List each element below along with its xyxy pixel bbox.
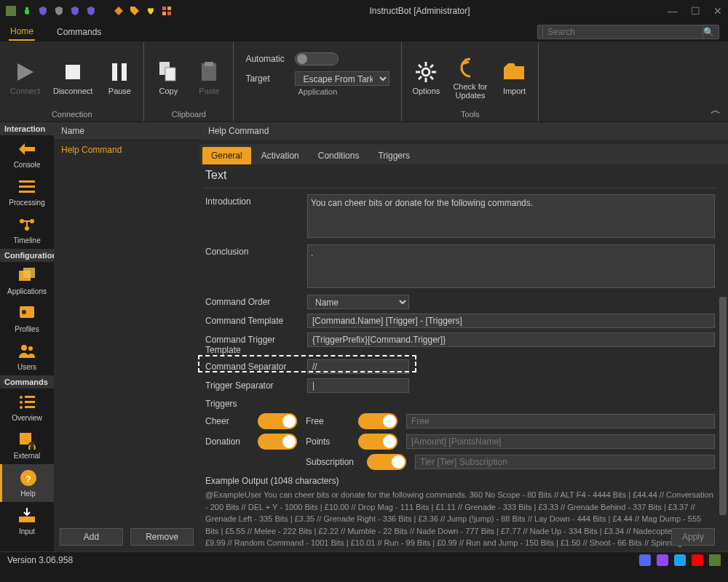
detail-header: Help Command [199, 122, 728, 140]
minimize-button[interactable]: — [668, 5, 678, 17]
subscription-label: Subscription [306, 457, 358, 467]
sidebar-item-input[interactable]: Input [0, 502, 54, 540]
command-separator-input[interactable] [307, 359, 409, 374]
group-tools: Tools [461, 110, 480, 119]
sidebar-item-processing[interactable]: Processing [0, 173, 54, 211]
introduction-label: Introduction [205, 194, 307, 207]
command-order-select[interactable]: Name [307, 295, 409, 309]
pause-button[interactable]: Pause [101, 57, 138, 98]
target-select[interactable]: Escape From Tarkov [295, 71, 389, 86]
tab-activation[interactable]: Activation [253, 147, 308, 164]
free-toggle[interactable] [358, 413, 397, 429]
connect-button[interactable]: Connect [6, 57, 44, 98]
maximize-button[interactable]: ☐ [691, 5, 700, 17]
sidebar-item-profiles[interactable]: Profiles [0, 300, 54, 338]
subscription-toggle[interactable] [367, 454, 406, 470]
svg-point-25 [20, 396, 23, 399]
tab-general[interactable]: General [202, 147, 251, 164]
points-input[interactable] [406, 434, 715, 449]
shield-icon-2 [54, 6, 64, 16]
example-output-label: Example Output (1048 characters) [205, 476, 715, 486]
sidebar-item-users[interactable]: Users [0, 338, 54, 375]
free-label: Free [306, 416, 349, 426]
svg-rect-13 [19, 180, 35, 183]
svg-rect-1 [162, 7, 166, 10]
apply-button[interactable]: Apply [671, 528, 715, 546]
command-trigger-template-input[interactable] [307, 332, 715, 347]
svg-rect-38 [674, 554, 686, 566]
search-input[interactable] [542, 25, 703, 39]
cheer-toggle[interactable] [258, 413, 297, 429]
status-app-icon [709, 554, 721, 566]
tab-home[interactable]: Home [9, 23, 35, 41]
twitch-icon[interactable] [657, 554, 668, 566]
svg-point-23 [21, 345, 27, 351]
close-button[interactable]: ✕ [713, 5, 722, 17]
group-application: Application [298, 87, 337, 96]
svg-rect-26 [25, 396, 35, 398]
automatic-toggle[interactable] [295, 52, 339, 65]
svg-rect-37 [657, 554, 668, 566]
add-button[interactable]: Add [60, 528, 123, 546]
list-header-name: Name [54, 122, 199, 140]
diamond-icon [114, 6, 124, 16]
side-section-interaction: Interaction [0, 122, 54, 135]
subscription-input[interactable] [415, 455, 715, 469]
sidebar-item-applications[interactable]: Applications [0, 262, 54, 300]
search-box[interactable]: 🔍 [537, 25, 719, 39]
points-label: Points [306, 436, 349, 447]
detail-pane: Help Command General Activation Conditio… [199, 122, 728, 551]
cheer-label: Cheer [205, 416, 249, 426]
discord-icon[interactable] [639, 554, 651, 566]
sidebar-item-console[interactable]: Console [0, 135, 54, 173]
svg-rect-30 [25, 406, 35, 408]
points-toggle[interactable] [358, 434, 397, 450]
command-template-label: Command Template [205, 314, 307, 326]
import-button[interactable]: Import [496, 57, 532, 98]
tab-conditions[interactable]: Conditions [309, 147, 368, 164]
side-nav: Interaction Console Processing Timeline … [0, 122, 54, 551]
options-button[interactable]: Options [408, 57, 444, 98]
app-icon [6, 6, 16, 16]
tab-triggers[interactable]: Triggers [369, 147, 419, 164]
introduction-input[interactable]: You can cheer bits or donate for the fol… [307, 194, 715, 238]
titlebar-app-icons [6, 6, 172, 16]
disconnect-button[interactable]: Disconnect [49, 57, 97, 98]
svg-rect-3 [162, 12, 166, 15]
search-icon: 🔍 [703, 27, 714, 37]
list-item[interactable]: Help Command [54, 140, 199, 159]
conclusion-input[interactable]: . [307, 244, 715, 288]
svg-rect-40 [709, 554, 721, 566]
group-connection: Connection [52, 110, 92, 119]
sidebar-item-help[interactable]: ? Help [0, 464, 54, 502]
scrollbar-thumb[interactable] [719, 297, 727, 515]
command-template-input[interactable] [307, 314, 715, 328]
paste-button[interactable]: Paste [191, 57, 227, 98]
check-updates-button[interactable]: Check for Updates [448, 53, 491, 103]
heart-icon [146, 6, 156, 16]
twitter-icon[interactable] [674, 554, 686, 566]
tab-commands[interactable]: Commands [55, 24, 103, 40]
youtube-icon[interactable] [692, 554, 703, 566]
ribbon-collapse-button[interactable]: ︿ [711, 104, 721, 117]
command-separator-label: Command Separator [205, 359, 307, 372]
window-title: InstructBot [Administrator] [172, 6, 668, 16]
sidebar-item-external[interactable]: External [0, 426, 54, 464]
svg-text:?: ? [25, 474, 31, 485]
donation-toggle[interactable] [258, 434, 297, 450]
remove-button[interactable]: Remove [130, 528, 194, 546]
side-section-configuration: Configuration [0, 249, 54, 262]
free-input[interactable] [406, 414, 715, 428]
target-label: Target [245, 73, 289, 84]
svg-point-29 [20, 406, 23, 409]
copy-button[interactable]: Copy [150, 57, 186, 98]
svg-rect-9 [165, 68, 175, 81]
svg-point-27 [20, 401, 23, 404]
grid-icon [162, 6, 172, 16]
sidebar-item-timeline[interactable]: Timeline [0, 211, 54, 249]
command-trigger-template-label: Command Trigger Template [205, 332, 307, 355]
ribbon: Connect Disconnect Pause Connection Copy… [0, 42, 728, 122]
sidebar-item-overview[interactable]: Overview [0, 388, 54, 426]
shield-icon-1 [38, 6, 48, 16]
trigger-separator-input[interactable] [307, 378, 409, 393]
